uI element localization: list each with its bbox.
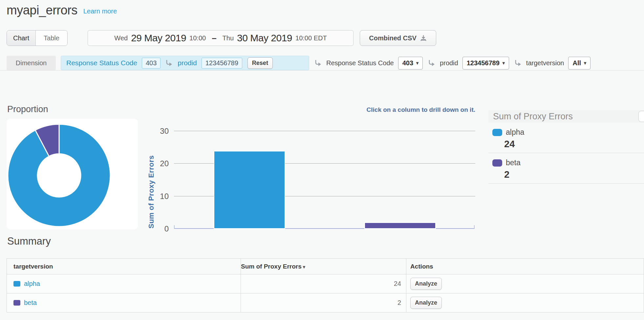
prodid-value: 123456789 — [467, 59, 500, 67]
dropdown-caret-icon: ▾ — [503, 60, 505, 66]
analytics-report-page: myapi_errors Learn more Chart Table Wed … — [0, 0, 644, 320]
actions-cell: Analyze — [406, 293, 644, 312]
targetversion-cell: alpha — [7, 274, 241, 293]
learn-more-link[interactable]: Learn more — [83, 8, 117, 17]
dropdown-caret-icon: ▾ — [416, 60, 419, 66]
reset-button[interactable]: Reset — [247, 57, 273, 69]
drilldown-arrow-icon — [165, 59, 173, 67]
date-start-time: 10:00 — [189, 34, 206, 42]
y-tick-label: 30 — [155, 127, 169, 136]
date-end-day: Thu — [223, 34, 234, 42]
legend-panel: Sum of Proxy Errors alpha 24 beta 2 — [488, 110, 644, 184]
date-start-date: 29 May 2019 — [131, 32, 186, 44]
legend-panel-header: Sum of Proxy Errors — [488, 110, 644, 123]
column-header-targetversion: targetversion — [7, 259, 241, 274]
panel-edge-button[interactable] — [638, 111, 644, 122]
table-row-beta: beta 2 Analyze — [7, 293, 644, 312]
donut-chart — [7, 119, 138, 230]
targetversion-value: All — [572, 59, 581, 67]
legend-value: 2 — [504, 169, 644, 180]
dimension-selector-targetversion: targetversion All ▾ — [514, 56, 590, 70]
analyze-button[interactable]: Analyze — [410, 278, 442, 290]
targetversion-dropdown[interactable]: All ▾ — [568, 57, 590, 70]
selector-name: targetversion — [526, 59, 564, 67]
combined-csv-label: Combined CSV — [369, 34, 416, 42]
summary-title: Summary — [7, 235, 51, 247]
legend-item-beta: beta 2 — [488, 153, 644, 184]
toolbar: Chart Table Wed 29 May 2019 10:00 – Thu … — [7, 30, 436, 46]
section-divider — [0, 70, 644, 70]
actions-cell: Analyze — [406, 274, 644, 293]
value-cell: 2 — [241, 293, 406, 312]
proportion-donut-card — [7, 119, 138, 230]
selector-name: Response Status Code — [326, 59, 394, 67]
dropdown-caret-icon: ▾ — [584, 60, 586, 66]
selector-name: prodid — [440, 59, 458, 67]
y-tick-label: 10 — [155, 192, 169, 201]
page-title: myapi_errors — [7, 3, 77, 17]
tab-table[interactable]: Table — [36, 30, 67, 46]
summary-table-header-row: targetversion Sum of Proxy Errors▾ Actio… — [7, 259, 644, 274]
series-swatch-beta — [13, 300, 20, 306]
legend-value: 24 — [504, 139, 644, 150]
legend-swatch-alpha — [492, 129, 502, 136]
drilldown-breadcrumb: Response Status Code 403 prodid 12345678… — [61, 56, 309, 70]
table-row-alpha: alpha 24 Analyze — [7, 274, 644, 293]
targetversion-link[interactable]: beta — [24, 299, 37, 306]
dimension-selector-response-status-code: Response Status Code 403 ▾ — [314, 56, 423, 70]
x-axis-tick — [174, 225, 175, 229]
breadcrumb-dimension-name: Response Status Code — [66, 59, 137, 67]
legend-label: beta — [506, 158, 521, 167]
drilldown-arrow-icon — [314, 59, 322, 67]
y-axis-label: Sum of Proxy Errors — [147, 128, 156, 229]
date-range-picker[interactable]: Wed 29 May 2019 10:00 – Thu 30 May 2019 … — [88, 30, 354, 46]
bar-beta[interactable] — [364, 222, 436, 229]
date-end-date: 30 May 2019 — [237, 32, 292, 44]
value-cell: 24 — [241, 274, 406, 293]
series-swatch-alpha — [13, 281, 20, 287]
status-code-dropdown[interactable]: 403 ▾ — [398, 57, 423, 70]
y-tick-label: 20 — [155, 159, 169, 168]
sort-desc-icon: ▾ — [303, 264, 305, 270]
breadcrumb-dimension-name: prodid — [178, 59, 197, 67]
proportion-title: Proportion — [7, 104, 48, 114]
dimension-label: Dimension — [7, 56, 56, 70]
legend-swatch-beta — [492, 159, 502, 167]
status-code-value: 403 — [402, 59, 413, 67]
download-icon — [420, 34, 427, 42]
tab-chart[interactable]: Chart — [7, 30, 36, 46]
dimension-selector-prodid: prodid 123456789 ▾ — [428, 56, 509, 70]
x-axis-tick — [474, 225, 475, 229]
bar-chart: 0102030 — [174, 128, 475, 229]
column-header-sum-of-proxy-errors[interactable]: Sum of Proxy Errors▾ — [241, 259, 406, 274]
legend-label: alpha — [506, 128, 524, 137]
drilldown-arrow-icon — [514, 59, 522, 67]
breadcrumb-dimension-value: 123456789 — [202, 58, 242, 69]
header: myapi_errors Learn more — [7, 3, 117, 17]
legend-panel-title: Sum of Proxy Errors — [493, 111, 573, 122]
summary-table: targetversion Sum of Proxy Errors▾ Actio… — [7, 258, 644, 312]
prodid-dropdown[interactable]: 123456789 ▾ — [462, 57, 509, 70]
date-range-separator: – — [209, 33, 219, 43]
legend-item-alpha: alpha 24 — [488, 123, 644, 153]
targetversion-link[interactable]: alpha — [24, 280, 40, 287]
analyze-button[interactable]: Analyze — [410, 297, 442, 309]
dimension-bar: Dimension Response Status Code 403 prodi… — [7, 56, 637, 70]
y-tick-label: 0 — [155, 224, 169, 233]
bar-alpha[interactable] — [214, 151, 285, 229]
view-toggle: Chart Table — [7, 30, 68, 46]
column-header-actions: Actions — [406, 259, 644, 274]
date-end-time: 10:00 EDT — [295, 34, 327, 42]
drilldown-hint-text: Click on a column to drill down on it. — [174, 106, 475, 113]
targetversion-cell: beta — [7, 293, 241, 312]
combined-csv-button[interactable]: Combined CSV — [360, 30, 436, 46]
gridline — [174, 131, 475, 131]
drilldown-arrow-icon — [428, 59, 436, 67]
breadcrumb-dimension-value: 403 — [142, 58, 161, 69]
date-start-day: Wed — [114, 34, 128, 42]
